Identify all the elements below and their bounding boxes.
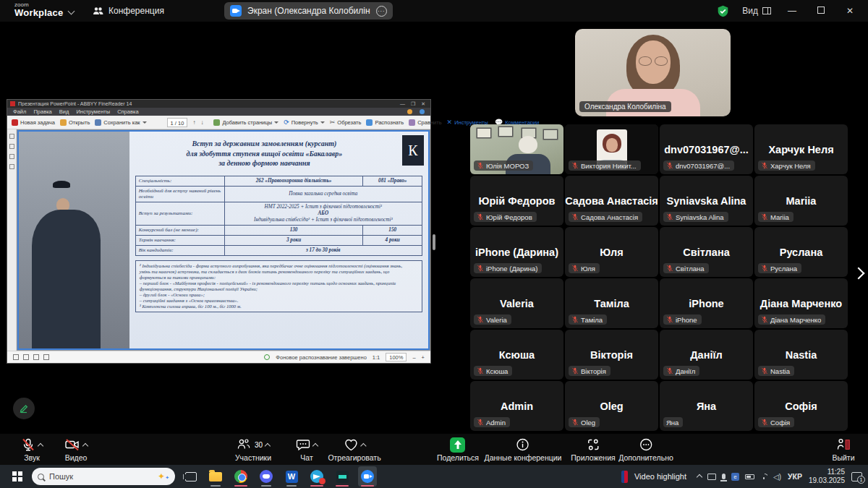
participant-tile[interactable]: Юлія МОРОЗ — [470, 124, 563, 174]
zoom-in-button[interactable]: + — [422, 354, 425, 361]
participant-tile[interactable]: Харчук НеляХарчук Неля — [754, 124, 848, 174]
tray-mic-icon[interactable] — [722, 474, 726, 479]
video-button[interactable]: Видео — [64, 437, 88, 462]
participant-tile[interactable]: СофіяСофія — [754, 381, 848, 431]
taskbar-search-input[interactable]: Пошук ✦✦ — [32, 468, 175, 485]
chat-options-chevron[interactable] — [312, 442, 318, 448]
wifi-icon[interactable] — [760, 474, 767, 479]
participant-tile[interactable]: ValeriaValeria — [470, 278, 563, 328]
rotate-button[interactable]: ⟳Повернуть — [284, 119, 325, 126]
new-task-button[interactable]: Новая задача — [12, 119, 55, 126]
participants-options-chevron[interactable] — [265, 442, 271, 448]
apps-button[interactable]: Приложения — [571, 437, 615, 462]
taskbar-app-obs[interactable] — [333, 466, 352, 487]
language-indicator[interactable]: УКР — [788, 472, 802, 481]
participant-tile[interactable]: ТамілаТаміла — [565, 278, 658, 328]
speaker-video-tile[interactable]: Олександра Колобиліна — [575, 29, 731, 116]
close-button[interactable]: ✕ — [842, 6, 858, 16]
share-button[interactable]: Поделиться — [437, 437, 479, 462]
annotate-button[interactable] — [13, 398, 35, 419]
restore-button[interactable] — [813, 6, 829, 16]
status-icon-1[interactable] — [13, 354, 19, 360]
more-button[interactable]: Дополнительно — [618, 437, 673, 462]
clock[interactable]: 11:25 19.03.2025 — [809, 468, 845, 485]
compare-button[interactable]: Сравнить — [409, 119, 441, 126]
participant-tile[interactable]: AdminAdmin — [470, 381, 563, 431]
status-icon-4[interactable] — [43, 354, 49, 360]
leave-button[interactable]: Выйти — [832, 437, 854, 462]
participant-tile[interactable]: ВікторіяВікторія — [565, 330, 658, 380]
tray-e-icon[interactable]: e — [731, 473, 739, 481]
participant-tile[interactable]: СвітланаСвітлана — [660, 227, 753, 277]
meeting-info-button[interactable]: Данные конференции — [485, 437, 562, 462]
taskbar-app-word[interactable]: W — [282, 466, 301, 487]
participant-tile[interactable]: dnv07031967@...dnv07031967@... — [660, 124, 753, 174]
participant-tile[interactable]: КсюшаКсюша — [470, 330, 563, 380]
menu-view[interactable]: Вид — [59, 108, 69, 115]
taskbar-app-zoom[interactable] — [358, 466, 377, 487]
tray-expand-chevron[interactable] — [697, 474, 702, 480]
tab-screen-share[interactable]: Экран (Олександра Колобилін ··· — [224, 2, 393, 20]
chevron-down-icon[interactable] — [68, 8, 75, 15]
taskbar-app-chrome[interactable] — [231, 466, 250, 487]
participant-tile[interactable]: iPhoneiPhone — [660, 278, 753, 328]
taskbar-app-telegram[interactable] — [307, 466, 326, 487]
video-options-chevron[interactable] — [82, 442, 88, 448]
nba-logo-icon[interactable] — [621, 471, 628, 483]
volume-icon[interactable]: ◁) — [773, 473, 781, 481]
menu-tools[interactable]: Инструменты — [76, 108, 110, 115]
audio-button[interactable]: Звук — [21, 437, 43, 462]
status-icon-3[interactable] — [33, 354, 39, 360]
task-view-button[interactable] — [185, 472, 197, 481]
zoom-level-select[interactable]: 100% — [386, 353, 407, 361]
pdf-window-controls[interactable]: — ❐ ✕ — [400, 101, 427, 107]
participant-tile[interactable]: Діана МарченкоДіана Марченко — [754, 278, 848, 328]
status-icon-2[interactable] — [23, 354, 29, 360]
ratio-indicator[interactable]: 1:1 — [373, 354, 380, 361]
open-button[interactable]: Открыть — [60, 119, 90, 126]
chat-button[interactable]: Чат — [296, 437, 318, 462]
participants-button[interactable]: 30 Участники — [235, 437, 271, 462]
participant-tile[interactable]: Виктория Никит... — [565, 124, 658, 174]
minimize-button[interactable]: — — [784, 6, 800, 16]
page-indicator[interactable]: 1 / 10 — [167, 118, 188, 127]
participant-tile[interactable]: Садова АнастасіяСадова Анастасія — [565, 176, 658, 226]
taskbar-app-discord[interactable] — [257, 466, 276, 487]
add-pages-button[interactable]: Добавить страницы — [213, 119, 278, 126]
react-button[interactable]: Отреагировать — [328, 437, 380, 462]
menu-help[interactable]: Справка — [117, 108, 138, 115]
security-shield-icon[interactable] — [717, 5, 729, 17]
participant-tile[interactable]: ЮляЮля — [565, 227, 658, 277]
notification-center-button[interactable]: 1 — [851, 472, 862, 481]
video-highlight-label[interactable]: Video highlight — [634, 472, 686, 481]
menu-edit[interactable]: Правка — [33, 108, 51, 115]
view-button[interactable]: Вид — [742, 6, 771, 16]
gallery-next-button[interactable] — [853, 267, 865, 280]
ellipsis-icon[interactable]: ··· — [376, 6, 387, 17]
tray-screen-icon[interactable] — [707, 474, 716, 480]
pdf-side-panel[interactable] — [7, 129, 17, 351]
save-as-button[interactable]: Сохранить как — [95, 119, 146, 126]
battery-icon[interactable] — [745, 474, 754, 479]
pdf-document-page[interactable]: К Вступ за державним замовленням (курсан… — [17, 130, 430, 350]
recognize-button[interactable]: Распознать — [366, 119, 404, 126]
participant-tile[interactable]: iPhone (Дарина)iPhone (Дарина) — [470, 227, 563, 277]
participant-tile[interactable]: Юрій ФедоровЮрій Федоров — [470, 176, 563, 226]
page-up-icon[interactable]: ↑ — [192, 119, 195, 126]
start-button[interactable] — [7, 466, 27, 487]
react-options-chevron[interactable] — [360, 442, 366, 448]
tab-meeting[interactable]: Конференция — [93, 4, 164, 18]
taskbar-app-explorer[interactable] — [206, 466, 225, 487]
audio-options-chevron[interactable] — [38, 442, 43, 448]
participant-tile[interactable]: ЯнаЯна — [660, 381, 753, 431]
participant-tile[interactable]: OlegOleg — [565, 381, 658, 431]
participant-tile[interactable]: MariiaMariia — [754, 176, 848, 226]
page-down-icon[interactable]: ↓ — [200, 119, 203, 126]
participant-tile[interactable]: Syniavska AlinaSyniavska Alina — [660, 176, 753, 226]
crop-button[interactable]: ✂Обрезать — [330, 119, 362, 126]
menu-file[interactable]: Файл — [13, 108, 26, 115]
zoom-out-button[interactable]: – — [412, 354, 415, 361]
participant-tile[interactable]: ДаніїлДаніїл — [660, 330, 753, 380]
menu-icon-a[interactable] — [407, 109, 412, 114]
menu-icon-b[interactable] — [420, 109, 425, 114]
